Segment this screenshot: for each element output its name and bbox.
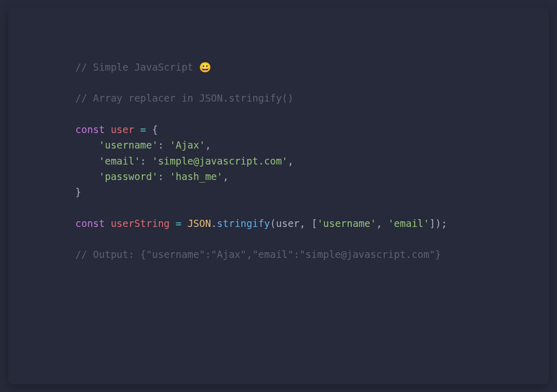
comment-text: // Output: {"username":"Ajax","email":"s… [75, 249, 441, 260]
object-key: 'username' [99, 139, 158, 151]
code-line: } [75, 184, 549, 200]
code-line: 'password': 'hash_me', [75, 169, 549, 184]
keyword-const: const [75, 218, 105, 229]
class-name: JSON [187, 218, 211, 229]
string-value: 'Ajax' [170, 139, 205, 151]
operator-equals: = [170, 218, 187, 229]
object-key: 'password' [99, 171, 158, 182]
string-value: 'simple@javascript.com' [152, 155, 288, 167]
emoji-icon: 😀 [199, 61, 211, 73]
whitespace [105, 218, 110, 229]
comma-sep: , [376, 218, 388, 229]
brace-open: { [152, 124, 158, 135]
bracket-open: [ [312, 218, 317, 229]
string-value: 'hash_me' [170, 171, 223, 182]
dot: . [211, 218, 217, 229]
code-line: 'email': 'simple@javascript.com', [75, 153, 549, 169]
indent [75, 155, 99, 167]
code-line: const user = { [75, 122, 549, 137]
colon: : [158, 139, 170, 151]
comment-text: // Simple JavaScript [75, 61, 199, 73]
comma-sep: , [300, 218, 312, 229]
blank-line [75, 231, 549, 247]
comma: , [223, 171, 228, 182]
code-line: const userString = JSON.stringify(user, … [75, 216, 549, 231]
comma: , [288, 155, 293, 167]
colon: : [140, 155, 152, 167]
comma: , [205, 139, 211, 151]
code-line: 'username': 'Ajax', [75, 137, 549, 153]
variable-name: userString [111, 218, 170, 229]
whitespace [105, 124, 110, 135]
code-line: // Output: {"username":"Ajax","email":"s… [75, 247, 549, 262]
code-editor: // Simple JavaScript 😀 // Array replacer… [8, 8, 549, 384]
indent [75, 171, 99, 182]
code-line: // Simple JavaScript 😀 [75, 59, 549, 75]
variable-name: user [111, 124, 135, 135]
array-item: 'username' [317, 218, 376, 229]
code-line: // Array replacer in JSON.stringify() [75, 90, 549, 106]
blank-line [75, 106, 549, 122]
colon: : [158, 171, 170, 182]
semicolon: ; [441, 218, 447, 229]
array-item: 'email' [388, 218, 429, 229]
indent [75, 139, 99, 151]
paren-close: ) [435, 218, 441, 229]
method-name: stringify [217, 218, 270, 229]
blank-line [75, 75, 549, 90]
paren-open: ( [270, 218, 276, 229]
comment-text: // Array replacer in JSON.stringify() [75, 92, 293, 104]
keyword-const: const [75, 124, 105, 135]
object-key: 'email' [99, 155, 140, 167]
blank-line [75, 200, 549, 216]
bracket-close: ] [429, 218, 435, 229]
brace-close: } [75, 186, 81, 198]
argument: user [276, 218, 300, 229]
operator-equals: = [134, 124, 152, 135]
